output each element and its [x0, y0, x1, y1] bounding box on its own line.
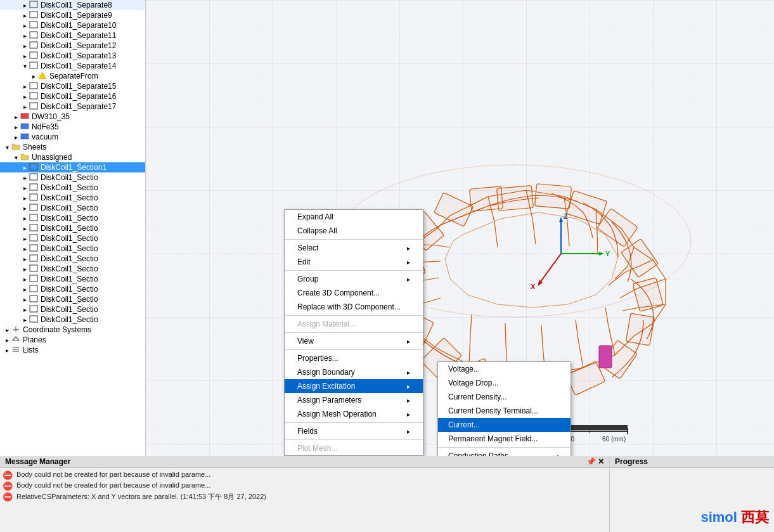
- tree-item-lists[interactable]: ▸Lists: [0, 345, 145, 355]
- ctx-item-assign-parameters[interactable]: Assign Parameters▸: [285, 393, 423, 407]
- tree-expand-ndfe35[interactable]: ▸: [11, 124, 20, 131]
- tree-item-sectio10[interactable]: ▸DiskCoil1_Sectio: [0, 254, 145, 264]
- tree-item-disk13[interactable]: ▸DiskCoil1_Separate13: [0, 51, 145, 61]
- tree-item-disk11[interactable]: ▸DiskCoil1_Separate11: [0, 30, 145, 41]
- tree-expand-sectio13[interactable]: ▸: [20, 286, 29, 293]
- tree-item-sectio15[interactable]: ▸DiskCoil1_Sectio: [0, 304, 145, 315]
- tree-expand-sectio11[interactable]: ▸: [20, 266, 29, 273]
- tree-item-sectio4[interactable]: ▸DiskCoil1_Sectio: [0, 193, 145, 203]
- tree-expand-unassigned[interactable]: ▾: [11, 154, 20, 161]
- tree-expand-sectio15[interactable]: ▸: [20, 306, 29, 313]
- tree-expand-coord[interactable]: ▸: [3, 327, 11, 334]
- tree-label-disk10: DiskCoil1_Separate10: [41, 21, 116, 30]
- submenu-item-current-density[interactable]: Current Density...: [438, 390, 571, 404]
- tree-item-sectio7[interactable]: ▸DiskCoil1_Sectio: [0, 223, 145, 233]
- tree-item-planes[interactable]: ▸Planes: [0, 335, 145, 345]
- tree-expand-dw310[interactable]: ▸: [11, 114, 20, 120]
- svg-text:60 (mm): 60 (mm): [602, 436, 626, 443]
- tree-expand-disk17[interactable]: ▸: [20, 103, 29, 110]
- tree-expand-disk13[interactable]: ▸: [20, 53, 29, 60]
- tree-expand-sectio12[interactable]: ▸: [20, 276, 29, 283]
- submenu-item-current-density-terminal[interactable]: Current Density Terminal...: [438, 404, 571, 418]
- tree-expand-sectio2[interactable]: ▸: [20, 174, 29, 181]
- submenu-item-voltage[interactable]: Voltage...: [438, 362, 571, 376]
- tree-item-sectio14[interactable]: ▸DiskCoil1_Sectio: [0, 294, 145, 304]
- ctx-item-select[interactable]: Select▸: [285, 241, 423, 255]
- tree-expand-sectio7[interactable]: ▸: [20, 225, 29, 232]
- tree-item-sectio11[interactable]: ▸DiskCoil1_Sectio: [0, 264, 145, 274]
- tree-item-sectio2[interactable]: ▸DiskCoil1_Sectio: [0, 172, 145, 183]
- ctx-item-assign-excitation[interactable]: Assign Excitation▸: [285, 379, 423, 393]
- svg-rect-28: [30, 306, 37, 312]
- ctx-item-group[interactable]: Group▸: [285, 272, 423, 286]
- tree-expand-sectio16[interactable]: ▸: [20, 316, 29, 323]
- tree-item-disk9[interactable]: ▸DiskCoil1_Separate9: [0, 10, 145, 20]
- tree-expand-disk15[interactable]: ▸: [20, 83, 29, 90]
- ctx-item-create3d[interactable]: Create 3D Component...: [285, 286, 423, 300]
- tree-item-dw310[interactable]: ▸DW310_35: [0, 112, 145, 122]
- tree-expand-lists[interactable]: ▸: [3, 347, 11, 354]
- tree-item-disk15[interactable]: ▸DiskCoil1_Separate15: [0, 81, 145, 91]
- tree-item-unassigned[interactable]: ▾Unassigned: [0, 152, 145, 162]
- ctx-item-properties[interactable]: Properties...: [285, 351, 423, 365]
- tree-expand-vacuum[interactable]: ▸: [11, 134, 20, 141]
- tree-expand-disk12[interactable]: ▸: [20, 42, 29, 49]
- tree-item-ndfe35[interactable]: ▸NdFe35: [0, 122, 145, 132]
- tree-item-disk17[interactable]: ▸DiskCoil1_Separate17: [0, 101, 145, 112]
- tree-item-disk14[interactable]: ▾DiskCoil1_Separate14: [0, 61, 145, 71]
- tree-item-coord[interactable]: ▸Coordinate Systems: [0, 325, 145, 335]
- tree-expand-disk10[interactable]: ▸: [20, 22, 29, 29]
- tree-expand-disk14[interactable]: ▾: [20, 63, 29, 70]
- tree-item-vacuum[interactable]: ▸vacuum: [0, 132, 145, 142]
- tree-expand-disk8[interactable]: ▸: [20, 2, 29, 9]
- tree-item-sectio12[interactable]: ▸DiskCoil1_Sectio: [0, 274, 145, 284]
- tree-item-separatefrom[interactable]: ▸SeparateFrom: [0, 71, 145, 81]
- tree-item-sectio6[interactable]: ▸DiskCoil1_Sectio: [0, 213, 145, 223]
- tree-expand-sectio10[interactable]: ▸: [20, 256, 29, 263]
- tree-expand-disk11[interactable]: ▸: [20, 32, 29, 39]
- ctx-separator: [285, 315, 423, 316]
- ctx-item-assign-mesh[interactable]: Assign Mesh Operation▸: [285, 407, 423, 421]
- ctx-item-edit[interactable]: Edit▸: [285, 255, 423, 269]
- tree-item-sectio13[interactable]: ▸DiskCoil1_Sectio: [0, 284, 145, 294]
- ctx-item-collapse-all[interactable]: Collapse All: [285, 224, 423, 238]
- tree-expand-sectio8[interactable]: ▸: [20, 235, 29, 242]
- tree-expand-sectio5[interactable]: ▸: [20, 205, 29, 212]
- tree-expand-sectio14[interactable]: ▸: [20, 296, 29, 303]
- tree-expand-sectio4[interactable]: ▸: [20, 195, 29, 202]
- ctx-item-assign-boundary[interactable]: Assign Boundary▸: [285, 365, 423, 379]
- tree-item-sectio9[interactable]: ▸DiskCoil1_Sectio: [0, 243, 145, 254]
- tree-expand-sectio3[interactable]: ▸: [20, 185, 29, 191]
- tree-expand-disk16[interactable]: ▸: [20, 93, 29, 100]
- message-manager-controls[interactable]: 📌 ✕: [586, 457, 604, 466]
- submenu-item-permanent-magnet[interactable]: Permanent Magnet Field...: [438, 432, 571, 446]
- tree-item-sectio16[interactable]: ▸DiskCoil1_Sectio: [0, 315, 145, 325]
- tree-expand-disk9[interactable]: ▸: [20, 12, 29, 19]
- tree-item-disk10[interactable]: ▸DiskCoil1_Separate10: [0, 20, 145, 30]
- ctx-item-view[interactable]: View▸: [285, 334, 423, 348]
- tree-item-sectio5[interactable]: ▸DiskCoil1_Sectio: [0, 203, 145, 213]
- ctx-item-replace3d[interactable]: Replace with 3D Component...: [285, 300, 423, 314]
- tree-expand-planes[interactable]: ▸: [3, 337, 11, 344]
- tree-item-sectio8[interactable]: ▸DiskCoil1_Sectio: [0, 233, 145, 243]
- svg-rect-14: [30, 164, 37, 170]
- tree-expand-separatefrom[interactable]: ▸: [29, 73, 38, 80]
- tree-expand-sheets[interactable]: ▾: [3, 144, 11, 151]
- submenu-item-conduction-paths[interactable]: Conduction Paths▸: [438, 449, 571, 456]
- tree-icon-sheet: [29, 21, 39, 30]
- ctx-item-fields[interactable]: Fields▸: [285, 424, 423, 438]
- tree-item-section1[interactable]: ▸DiskCoil1_Section1: [0, 162, 145, 172]
- viewport-3d[interactable]: Ansys: [146, 0, 774, 456]
- tree-item-disk16[interactable]: ▸DiskCoil1_Separate16: [0, 91, 145, 101]
- tree-expand-sectio9[interactable]: ▸: [20, 245, 29, 252]
- submenu-item-current[interactable]: Current...: [438, 418, 571, 432]
- ctx-item-expand-all[interactable]: Expand All: [285, 210, 423, 224]
- tree-item-sectio3[interactable]: ▸DiskCoil1_Sectio: [0, 183, 145, 193]
- tree-item-sheets[interactable]: ▾Sheets: [0, 142, 145, 152]
- tree-expand-sectio6[interactable]: ▸: [20, 215, 29, 222]
- tree-expand-section1[interactable]: ▸: [20, 164, 29, 171]
- tree-item-disk8[interactable]: ▸DiskCoil1_Separate8: [0, 0, 145, 10]
- tree-icon-rect: [29, 285, 39, 294]
- submenu-item-voltage-drop[interactable]: Voltage Drop...: [438, 376, 571, 390]
- tree-item-disk12[interactable]: ▸DiskCoil1_Separate12: [0, 41, 145, 51]
